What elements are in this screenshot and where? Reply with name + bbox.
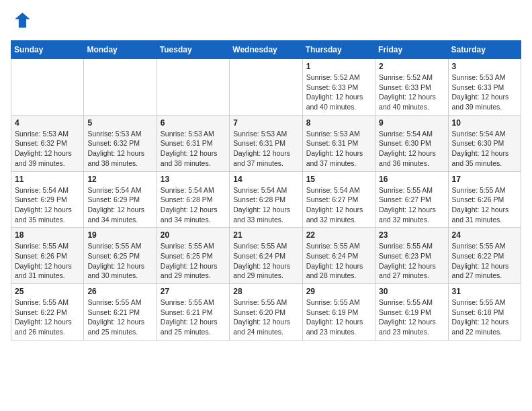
day-number: 2 <box>379 62 444 71</box>
calendar-cell: 10Sunrise: 5:54 AMSunset: 6:30 PMDayligh… <box>448 115 521 171</box>
day-of-week-header: Tuesday <box>157 41 229 59</box>
calendar-cell: 3Sunrise: 5:53 AMSunset: 6:33 PMDaylight… <box>448 59 521 116</box>
day-info: Sunrise: 5:55 AMSunset: 6:25 PMDaylight:… <box>87 241 152 281</box>
calendar-cell: 7Sunrise: 5:53 AMSunset: 6:31 PMDaylight… <box>230 115 302 171</box>
day-number: 14 <box>233 175 298 184</box>
day-number: 20 <box>161 230 226 240</box>
calendar-cell: 16Sunrise: 5:55 AMSunset: 6:27 PMDayligh… <box>375 171 448 228</box>
day-info: Sunrise: 5:54 AMSunset: 6:28 PMDaylight:… <box>233 185 298 225</box>
day-of-week-header: Monday <box>84 41 157 59</box>
day-info: Sunrise: 5:55 AMSunset: 6:23 PMDaylight:… <box>379 241 444 281</box>
day-info: Sunrise: 5:55 AMSunset: 6:22 PMDaylight:… <box>15 298 80 337</box>
calendar-cell: 1Sunrise: 5:52 AMSunset: 6:33 PMDaylight… <box>302 59 375 116</box>
day-info: Sunrise: 5:55 AMSunset: 6:26 PMDaylight:… <box>452 185 517 225</box>
calendar-cell: 22Sunrise: 5:55 AMSunset: 6:24 PMDayligh… <box>302 228 375 284</box>
day-number: 13 <box>161 175 226 184</box>
day-info: Sunrise: 5:54 AMSunset: 6:29 PMDaylight:… <box>15 185 80 225</box>
page-header <box>11 11 521 32</box>
day-number: 30 <box>379 287 444 296</box>
svg-marker-0 <box>15 13 30 28</box>
day-number: 9 <box>379 118 444 128</box>
calendar-cell: 24Sunrise: 5:55 AMSunset: 6:22 PMDayligh… <box>448 228 521 284</box>
day-info: Sunrise: 5:54 AMSunset: 6:30 PMDaylight:… <box>452 129 517 169</box>
calendar-week-row: 11Sunrise: 5:54 AMSunset: 6:29 PMDayligh… <box>11 171 521 228</box>
day-number: 24 <box>452 230 517 240</box>
day-number: 27 <box>161 287 226 296</box>
day-info: Sunrise: 5:55 AMSunset: 6:27 PMDaylight:… <box>379 185 444 225</box>
calendar-cell: 15Sunrise: 5:54 AMSunset: 6:27 PMDayligh… <box>302 171 375 228</box>
day-info: Sunrise: 5:54 AMSunset: 6:27 PMDaylight:… <box>306 185 371 225</box>
calendar-cell <box>11 59 84 116</box>
day-number: 25 <box>15 287 80 296</box>
day-number: 1 <box>306 62 371 71</box>
day-info: Sunrise: 5:54 AMSunset: 6:28 PMDaylight:… <box>161 185 226 225</box>
day-info: Sunrise: 5:53 AMSunset: 6:31 PMDaylight:… <box>233 129 298 169</box>
day-number: 12 <box>87 175 152 184</box>
day-info: Sunrise: 5:52 AMSunset: 6:33 PMDaylight:… <box>306 73 371 112</box>
calendar-cell: 31Sunrise: 5:55 AMSunset: 6:18 PMDayligh… <box>448 284 521 340</box>
calendar-cell: 23Sunrise: 5:55 AMSunset: 6:23 PMDayligh… <box>375 228 448 284</box>
day-info: Sunrise: 5:53 AMSunset: 6:33 PMDaylight:… <box>452 73 517 112</box>
day-number: 7 <box>233 118 298 128</box>
day-number: 17 <box>452 175 517 184</box>
day-number: 23 <box>379 230 444 240</box>
day-info: Sunrise: 5:55 AMSunset: 6:26 PMDaylight:… <box>15 241 80 281</box>
calendar-cell: 4Sunrise: 5:53 AMSunset: 6:32 PMDaylight… <box>11 115 84 171</box>
calendar-header-row: SundayMondayTuesdayWednesdayThursdayFrid… <box>11 41 521 59</box>
day-info: Sunrise: 5:55 AMSunset: 6:19 PMDaylight:… <box>306 298 371 337</box>
calendar-cell: 2Sunrise: 5:52 AMSunset: 6:33 PMDaylight… <box>375 59 448 116</box>
logo-icon <box>12 11 31 30</box>
day-info: Sunrise: 5:55 AMSunset: 6:25 PMDaylight:… <box>161 241 226 281</box>
day-number: 3 <box>452 62 517 71</box>
day-number: 16 <box>379 175 444 184</box>
logo <box>11 11 31 32</box>
calendar-cell <box>157 59 229 116</box>
day-info: Sunrise: 5:55 AMSunset: 6:21 PMDaylight:… <box>87 298 152 337</box>
day-info: Sunrise: 5:55 AMSunset: 6:24 PMDaylight:… <box>233 241 298 281</box>
calendar-cell: 17Sunrise: 5:55 AMSunset: 6:26 PMDayligh… <box>448 171 521 228</box>
calendar-cell: 11Sunrise: 5:54 AMSunset: 6:29 PMDayligh… <box>11 171 84 228</box>
calendar-cell: 20Sunrise: 5:55 AMSunset: 6:25 PMDayligh… <box>157 228 229 284</box>
day-info: Sunrise: 5:53 AMSunset: 6:31 PMDaylight:… <box>306 129 371 169</box>
calendar-week-row: 18Sunrise: 5:55 AMSunset: 6:26 PMDayligh… <box>11 228 521 284</box>
day-info: Sunrise: 5:54 AMSunset: 6:30 PMDaylight:… <box>379 129 444 169</box>
day-number: 26 <box>87 287 152 296</box>
day-number: 19 <box>87 230 152 240</box>
calendar-cell: 25Sunrise: 5:55 AMSunset: 6:22 PMDayligh… <box>11 284 84 340</box>
day-info: Sunrise: 5:55 AMSunset: 6:18 PMDaylight:… <box>452 298 517 337</box>
day-info: Sunrise: 5:54 AMSunset: 6:29 PMDaylight:… <box>87 185 152 225</box>
day-number: 8 <box>306 118 371 128</box>
day-info: Sunrise: 5:55 AMSunset: 6:21 PMDaylight:… <box>161 298 226 337</box>
day-info: Sunrise: 5:53 AMSunset: 6:32 PMDaylight:… <box>87 129 152 169</box>
calendar-cell: 5Sunrise: 5:53 AMSunset: 6:32 PMDaylight… <box>84 115 157 171</box>
calendar-cell <box>230 59 302 116</box>
day-number: 15 <box>306 175 371 184</box>
day-info: Sunrise: 5:55 AMSunset: 6:22 PMDaylight:… <box>452 241 517 281</box>
day-number: 22 <box>306 230 371 240</box>
day-number: 18 <box>15 230 80 240</box>
day-info: Sunrise: 5:53 AMSunset: 6:32 PMDaylight:… <box>15 129 80 169</box>
day-of-week-header: Sunday <box>11 41 84 59</box>
day-info: Sunrise: 5:55 AMSunset: 6:24 PMDaylight:… <box>306 241 371 281</box>
calendar-cell: 18Sunrise: 5:55 AMSunset: 6:26 PMDayligh… <box>11 228 84 284</box>
calendar-cell: 21Sunrise: 5:55 AMSunset: 6:24 PMDayligh… <box>230 228 302 284</box>
day-of-week-header: Saturday <box>448 41 521 59</box>
calendar-cell <box>84 59 157 116</box>
day-number: 10 <box>452 118 517 128</box>
calendar-cell: 19Sunrise: 5:55 AMSunset: 6:25 PMDayligh… <box>84 228 157 284</box>
calendar-cell: 26Sunrise: 5:55 AMSunset: 6:21 PMDayligh… <box>84 284 157 340</box>
calendar-week-row: 4Sunrise: 5:53 AMSunset: 6:32 PMDaylight… <box>11 115 521 171</box>
calendar-week-row: 25Sunrise: 5:55 AMSunset: 6:22 PMDayligh… <box>11 284 521 340</box>
calendar-cell: 6Sunrise: 5:53 AMSunset: 6:31 PMDaylight… <box>157 115 229 171</box>
calendar-cell: 27Sunrise: 5:55 AMSunset: 6:21 PMDayligh… <box>157 284 229 340</box>
calendar-cell: 13Sunrise: 5:54 AMSunset: 6:28 PMDayligh… <box>157 171 229 228</box>
calendar-cell: 30Sunrise: 5:55 AMSunset: 6:19 PMDayligh… <box>375 284 448 340</box>
day-number: 11 <box>15 175 80 184</box>
calendar: SundayMondayTuesdayWednesdayThursdayFrid… <box>11 40 521 340</box>
day-number: 31 <box>452 287 517 296</box>
day-number: 5 <box>87 118 152 128</box>
day-number: 29 <box>306 287 371 296</box>
day-number: 6 <box>161 118 226 128</box>
day-info: Sunrise: 5:55 AMSunset: 6:20 PMDaylight:… <box>233 298 298 337</box>
calendar-cell: 29Sunrise: 5:55 AMSunset: 6:19 PMDayligh… <box>302 284 375 340</box>
